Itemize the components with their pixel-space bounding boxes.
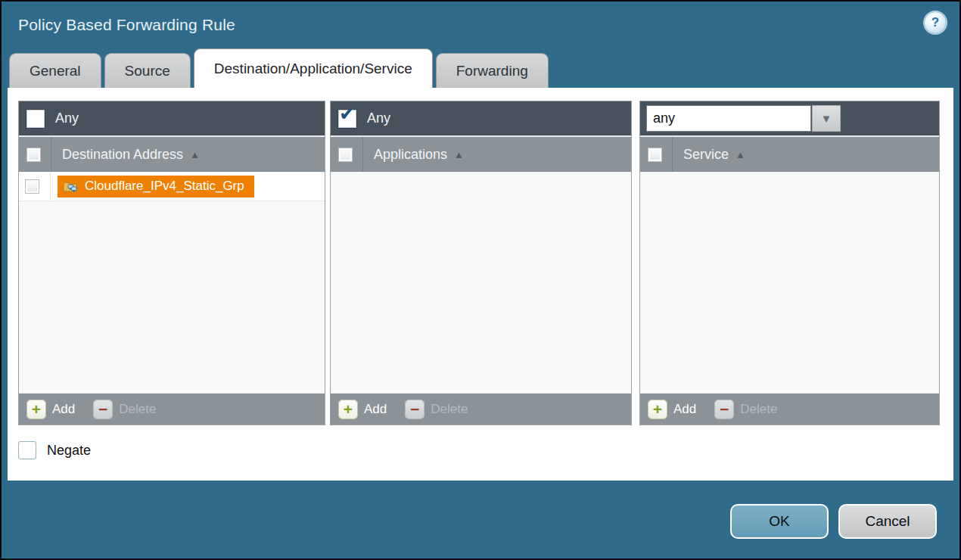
delete-button[interactable]: Delete [119, 402, 156, 417]
destination-header-label: Destination Address [62, 147, 183, 163]
dialog-titlebar: Policy Based Forwarding Rule ? [2, 2, 959, 48]
applications-column-header[interactable]: Applications ▲ [374, 147, 464, 163]
address-group-icon [63, 180, 79, 193]
destination-address-column: Any Destination Address ▲ [18, 101, 325, 425]
sort-ascending-icon: ▲ [736, 149, 745, 160]
table-row[interactable]: Cloudflare_IPv4_Static_Grp [19, 173, 325, 201]
applications-column: ✔ Any Applications ▲ + Add [330, 101, 632, 425]
delete-icon[interactable]: − [405, 400, 425, 419]
service-header-label: Service [683, 147, 729, 163]
negate-checkbox[interactable] [18, 441, 36, 459]
destination-footer: + Add − Delete [19, 393, 325, 425]
service-footer: + Add − Delete [640, 393, 939, 425]
tab-destination-application-service[interactable]: Destination/Application/Service [194, 48, 433, 88]
sort-ascending-icon: ▲ [190, 149, 200, 160]
add-button[interactable]: Add [52, 402, 75, 417]
negate-row: Negate [18, 441, 953, 459]
service-select-all-cell [648, 137, 673, 172]
dialog-footer: OK Cancel [730, 504, 937, 539]
add-button[interactable]: Add [364, 402, 387, 417]
applications-select-all-cell [338, 137, 363, 172]
service-select-all-checkbox[interactable] [648, 148, 662, 162]
row-checkbox-cell [25, 173, 51, 201]
applications-any-checkbox[interactable]: ✔ [338, 110, 356, 128]
applications-list [331, 173, 631, 393]
service-list [640, 173, 939, 393]
destination-select-all-checkbox[interactable] [26, 148, 41, 162]
service-column: any ▼ Service ▲ + Add [639, 101, 940, 425]
delete-button[interactable]: Delete [740, 402, 777, 417]
add-icon[interactable]: + [648, 400, 667, 419]
applications-footer: + Add − Delete [331, 393, 631, 425]
destination-select-all-cell [26, 137, 51, 172]
add-button[interactable]: Add [673, 402, 696, 417]
add-icon[interactable]: + [26, 400, 46, 419]
applications-table-header: Applications ▲ [331, 137, 631, 173]
applications-select-all-checkbox[interactable] [338, 148, 353, 162]
delete-icon[interactable]: − [714, 400, 734, 419]
cancel-button[interactable]: Cancel [838, 504, 937, 539]
selected-address-group[interactable]: Cloudflare_IPv4_Static_Grp [58, 176, 254, 198]
columns-container: Any Destination Address ▲ [8, 88, 953, 425]
destination-any-label: Any [55, 110, 79, 126]
tab-forwarding[interactable]: Forwarding [436, 53, 549, 88]
tab-bar: General Source Destination/Application/S… [2, 48, 959, 88]
chevron-down-icon[interactable]: ▼ [812, 105, 841, 132]
service-table-header: Service ▲ [640, 137, 939, 173]
row-checkbox[interactable] [25, 179, 39, 194]
applications-any-label: Any [367, 110, 390, 126]
help-icon[interactable]: ? [925, 12, 946, 33]
destination-table-header: Destination Address ▲ [19, 137, 325, 173]
dialog-title: Policy Based Forwarding Rule [18, 16, 235, 34]
tab-general[interactable]: General [9, 53, 101, 88]
applications-any-header: ✔ Any [331, 101, 631, 137]
service-dropdown-header: any ▼ [640, 101, 939, 137]
tab-source[interactable]: Source [104, 53, 191, 88]
delete-button[interactable]: Delete [431, 402, 468, 417]
policy-based-forwarding-dialog: Policy Based Forwarding Rule ? General S… [0, 0, 961, 560]
destination-any-header: Any [19, 101, 325, 137]
destination-column-header[interactable]: Destination Address ▲ [62, 147, 200, 163]
check-icon: ✔ [339, 104, 355, 123]
service-dropdown[interactable]: any ▼ [646, 105, 841, 132]
service-column-header[interactable]: Service ▲ [683, 147, 745, 163]
add-icon[interactable]: + [338, 400, 358, 419]
destination-any-checkbox[interactable] [26, 110, 45, 128]
delete-icon[interactable]: − [93, 400, 113, 419]
applications-header-label: Applications [374, 147, 447, 163]
tab-content-panel: Any Destination Address ▲ [8, 88, 953, 481]
ok-button[interactable]: OK [730, 504, 829, 539]
sort-ascending-icon: ▲ [454, 149, 464, 160]
service-dropdown-value: any [646, 105, 811, 132]
address-group-name: Cloudflare_IPv4_Static_Grp [85, 179, 244, 194]
destination-list: Cloudflare_IPv4_Static_Grp [19, 173, 325, 393]
negate-label: Negate [47, 443, 91, 459]
